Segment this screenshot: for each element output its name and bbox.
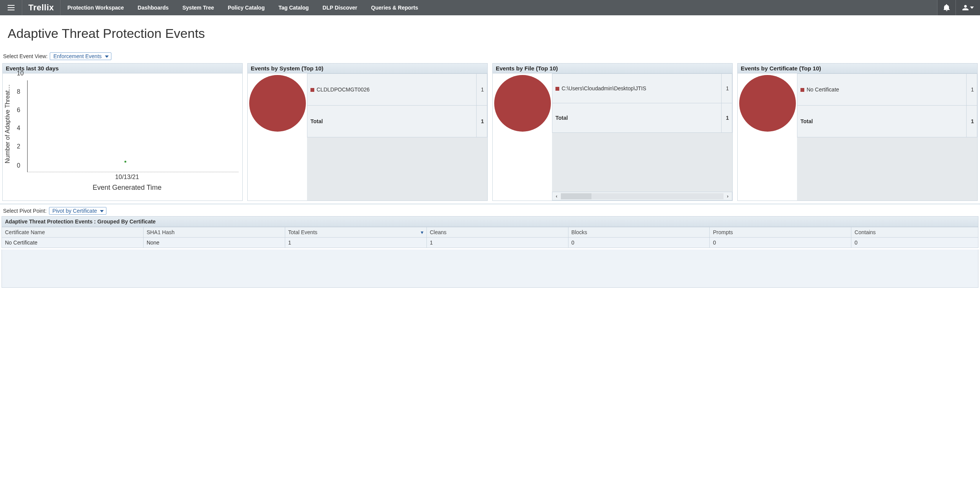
nav-dlp-discover[interactable]: DLP Discover bbox=[316, 0, 364, 15]
nav-policy-catalog[interactable]: Policy Catalog bbox=[221, 0, 271, 15]
cell-prompts: 0 bbox=[710, 238, 851, 248]
legend-count: 1 bbox=[722, 74, 732, 103]
event-view-select[interactable]: Enforcement Events bbox=[50, 52, 111, 60]
legend-swatch-icon bbox=[310, 88, 314, 92]
legend-total-label: Total bbox=[552, 103, 722, 133]
col-prompts[interactable]: Prompts bbox=[710, 227, 851, 238]
grid-empty-area bbox=[2, 249, 978, 288]
legend-table: C:\Users\Cloudadmin\Desktop\JTIS1 Total1 bbox=[552, 73, 732, 133]
grid-row[interactable]: No Certificate None 1 1 0 0 0 bbox=[2, 238, 978, 248]
panel-events-by-file: Events by File (Top 10) C:\Users\Cloudad… bbox=[492, 63, 733, 201]
cell-certificate-name: No Certificate bbox=[2, 238, 144, 248]
bell-icon bbox=[944, 4, 950, 11]
legend-count: 1 bbox=[967, 74, 977, 106]
panel-events-by-certificate: Events by Certificate (Top 10) No Certif… bbox=[737, 63, 978, 201]
legend-table: CLDLDPOCMGT00261 Total1 bbox=[307, 73, 487, 137]
legend-total-row: Total1 bbox=[307, 105, 487, 137]
cell-total-events: 1 bbox=[285, 238, 426, 248]
dashboard-panels: Events last 30 days Number of Adaptive T… bbox=[0, 62, 980, 203]
legend-row[interactable]: C:\Users\Cloudadmin\Desktop\JTIS1 bbox=[552, 74, 732, 103]
scroll-thumb[interactable] bbox=[561, 193, 591, 199]
nav-system-tree[interactable]: System Tree bbox=[175, 0, 221, 15]
col-sha1-hash[interactable]: SHA1 Hash bbox=[143, 227, 285, 238]
nav-dashboards[interactable]: Dashboards bbox=[131, 0, 176, 15]
x-axis-label: Event Generated Time bbox=[16, 184, 238, 192]
legend-row[interactable]: No Certificate1 bbox=[797, 74, 977, 106]
legend-total-label: Total bbox=[797, 105, 967, 137]
y-axis-label: Number of Adaptive Threat… bbox=[4, 78, 11, 170]
pivot-row: Select Pivot Point: Pivot by Certificate bbox=[0, 205, 980, 216]
panel-header: Events last 30 days bbox=[3, 64, 242, 73]
y-tick: 10 bbox=[17, 70, 24, 77]
cell-contains: 0 bbox=[851, 238, 978, 248]
legend-label: No Certificate bbox=[807, 86, 839, 93]
legend-label: CLDLDPOCMGT0026 bbox=[317, 86, 370, 93]
pivot-select[interactable]: Pivot by Certificate bbox=[49, 207, 107, 215]
legend-total-label: Total bbox=[307, 105, 477, 137]
col-total-events[interactable]: Total Events▾ bbox=[285, 227, 426, 238]
panel-events-by-system: Events by System (Top 10) CLDLDPOCMGT002… bbox=[247, 63, 488, 201]
event-view-row: Select Event View: Enforcement Events bbox=[0, 51, 980, 62]
y-tick: 0 bbox=[17, 162, 20, 169]
scroll-right-button[interactable]: › bbox=[724, 193, 732, 199]
nav-queries-reports[interactable]: Queries & Reports bbox=[364, 0, 425, 15]
pie-chart[interactable] bbox=[739, 75, 796, 132]
event-view-label: Select Event View: bbox=[3, 53, 47, 59]
panel-header: Events by System (Top 10) bbox=[248, 64, 487, 73]
legend-total-row: Total1 bbox=[797, 105, 977, 137]
legend-count: 1 bbox=[477, 74, 487, 106]
data-point[interactable] bbox=[124, 161, 126, 163]
legend-swatch-icon bbox=[555, 87, 559, 91]
user-icon bbox=[962, 5, 969, 11]
scroll-left-button[interactable]: ‹ bbox=[552, 193, 561, 199]
legend-total-count: 1 bbox=[722, 103, 732, 133]
panel-header: Events by File (Top 10) bbox=[493, 64, 732, 73]
col-cleans[interactable]: Cleans bbox=[426, 227, 568, 238]
col-certificate-name[interactable]: Certificate Name bbox=[2, 227, 144, 238]
chevron-down-icon: ▾ bbox=[421, 229, 423, 235]
grouped-section-header: Adaptive Threat Protection Events : Grou… bbox=[2, 216, 978, 227]
cell-cleans: 1 bbox=[426, 238, 568, 248]
nav-tag-catalog[interactable]: Tag Catalog bbox=[271, 0, 315, 15]
primary-nav: Protection Workspace Dashboards System T… bbox=[60, 0, 425, 15]
plot-area: 0 2 4 6 8 10 bbox=[27, 80, 238, 172]
scroll-track[interactable] bbox=[561, 193, 724, 199]
user-menu-button[interactable] bbox=[956, 0, 980, 15]
panel-header: Events by Certificate (Top 10) bbox=[738, 64, 977, 73]
col-label: Total Events bbox=[288, 229, 317, 235]
app-header: Trellix Protection Workspace Dashboards … bbox=[0, 0, 980, 15]
x-tick: 10/13/21 bbox=[16, 174, 238, 181]
pie-chart[interactable] bbox=[494, 75, 551, 132]
grid-header-row: Certificate Name SHA1 Hash Total Events▾… bbox=[2, 227, 978, 238]
notifications-button[interactable] bbox=[937, 0, 956, 15]
page-title: Adaptive Threat Protection Events bbox=[0, 15, 980, 51]
y-tick: 2 bbox=[17, 143, 20, 150]
col-contains[interactable]: Contains bbox=[851, 227, 978, 238]
panel-events-last-30-days: Events last 30 days Number of Adaptive T… bbox=[2, 63, 243, 201]
legend-label: C:\Users\Cloudadmin\Desktop\JTIS bbox=[562, 85, 646, 91]
menu-toggle-button[interactable] bbox=[0, 0, 22, 15]
svg-rect-1 bbox=[8, 7, 15, 8]
chevron-down-icon bbox=[970, 7, 974, 9]
y-tick: 6 bbox=[17, 107, 20, 114]
col-blocks[interactable]: Blocks bbox=[568, 227, 710, 238]
scatter-chart: Number of Adaptive Threat… 0 2 4 6 8 10 … bbox=[3, 73, 242, 200]
legend-total-count: 1 bbox=[967, 105, 977, 137]
events-grid: Certificate Name SHA1 Hash Total Events▾… bbox=[2, 227, 978, 248]
brand-logo[interactable]: Trellix bbox=[22, 0, 60, 15]
nav-protection-workspace[interactable]: Protection Workspace bbox=[60, 0, 131, 15]
header-actions bbox=[937, 0, 980, 15]
legend-row[interactable]: CLDLDPOCMGT00261 bbox=[307, 74, 487, 106]
hamburger-icon bbox=[8, 5, 15, 10]
pie-chart[interactable] bbox=[249, 75, 306, 132]
pivot-label: Select Pivot Point: bbox=[3, 208, 47, 214]
legend-hscrollbar[interactable]: ‹ › bbox=[552, 192, 732, 200]
cell-sha1-hash: None bbox=[143, 238, 285, 248]
legend-total-count: 1 bbox=[477, 105, 487, 137]
legend-swatch-icon bbox=[800, 88, 804, 92]
y-tick: 4 bbox=[17, 125, 20, 132]
legend-total-row: Total1 bbox=[552, 103, 732, 133]
svg-rect-0 bbox=[8, 5, 15, 6]
cell-blocks: 0 bbox=[568, 238, 710, 248]
y-tick: 8 bbox=[17, 88, 20, 95]
